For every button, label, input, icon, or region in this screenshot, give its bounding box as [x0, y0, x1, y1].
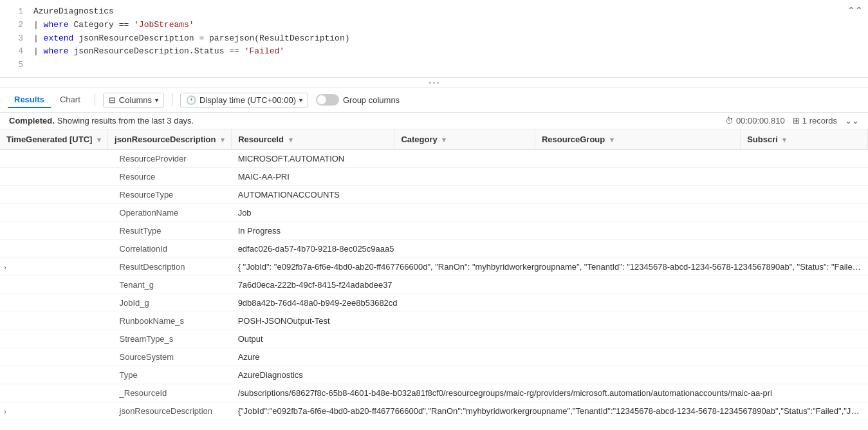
row-value: Job [232, 203, 868, 221]
status-left: Completed. Showing results from the last… [9, 116, 194, 126]
table-row: OperationNameJob [0, 203, 868, 221]
row-label: ResultDescription [108, 257, 232, 276]
row-value: POSH-JSONOutput-Test [232, 312, 868, 330]
row-value: 9db8a42b-76d4-48a0-b949-2ee8b53682cd [232, 294, 868, 312]
row-expand-button[interactable]: › [4, 407, 6, 415]
filter-icon[interactable]: ▾ [610, 136, 614, 144]
row-label: Type [108, 366, 232, 384]
row-value: In Progress [232, 221, 868, 239]
columns-label: Columns [119, 95, 152, 105]
group-columns-label: Group columns [343, 95, 400, 105]
resize-handle[interactable]: • • • [0, 78, 868, 88]
table-row: TypeAzureDiagnostics [0, 366, 868, 384]
expand-cell [0, 167, 108, 185]
row-value: AUTOMATIONACCOUNTS [232, 185, 868, 203]
expand-cell [0, 185, 108, 203]
line-number: 4 [8, 45, 23, 59]
row-label: Resource [108, 167, 232, 185]
row-label: RunbookName_s [108, 312, 232, 330]
clock-icon: 🕐 [186, 95, 196, 105]
expand-cell[interactable]: › [0, 257, 108, 276]
records-display: ⊞ 1 records [793, 116, 837, 126]
code-line: 1AzureDiagnostics [0, 5, 868, 19]
row-value: Azure [232, 348, 868, 366]
row-value: {"JobId":"e092fb7a-6f6e-4bd0-ab20-ff4677… [232, 402, 868, 420]
expand-cell [0, 330, 108, 348]
row-value: MICROSOFT.AUTOMATION [232, 149, 868, 167]
row-label: CorrelationId [108, 239, 232, 257]
expand-cell[interactable]: › [0, 402, 108, 420]
line-content: | where jsonResourceDescription.Status =… [33, 45, 284, 59]
table-icon-status: ⊞ [793, 116, 800, 126]
filter-icon[interactable]: ▾ [442, 136, 446, 144]
table-header-cell[interactable]: ResourceId ▾ [232, 129, 394, 150]
row-value: { "JobId": "e092fb7a-6f6e-4bd0-ab20-ff46… [232, 257, 868, 276]
table-row: ›jsonResourceDescription{"JobId":"e092fb… [0, 402, 868, 420]
table-row: ResourceProviderMICROSOFT.AUTOMATION [0, 149, 868, 167]
table-row: ResultTypeIn Progress [0, 221, 868, 239]
expand-cell [0, 312, 108, 330]
status-right: ⏱ 00:00:00.810 ⊞ 1 records ⌄⌄ [725, 116, 859, 126]
expand-results-button[interactable]: ⌄⌄ [845, 116, 859, 126]
row-label: StreamType_s [108, 330, 232, 348]
expand-cell [0, 221, 108, 239]
table-header-cell[interactable]: Subscri ▾ [741, 129, 868, 150]
table-header-cell[interactable]: Category ▾ [394, 129, 535, 150]
expand-cell [0, 384, 108, 402]
row-label: ResultType [108, 221, 232, 239]
code-line: 2| where Category == 'JobStreams' [0, 19, 868, 32]
filter-icon[interactable]: ▾ [97, 136, 101, 144]
table-row: CorrelationIdedfac026-da57-4b70-9218-8ec… [0, 239, 868, 257]
expand-cell [0, 276, 108, 294]
code-line: 4| where jsonResourceDescription.Status … [0, 45, 868, 59]
duration-value: 00:00:00.810 [736, 116, 785, 126]
group-columns-toggle[interactable]: Group columns [316, 94, 400, 106]
row-value: Output [232, 330, 868, 348]
code-line: 3| extend jsonResourceDescription = pars… [0, 32, 868, 46]
columns-button[interactable]: ⊟ Columns ▾ [103, 93, 164, 108]
display-time-button[interactable]: 🕐 Display time (UTC+00:00) ▾ [180, 93, 308, 108]
expand-cell [0, 294, 108, 312]
table-row: SourceSystemAzure [0, 348, 868, 366]
row-label: jsonResourceDescription [108, 402, 232, 420]
filter-icon[interactable]: ▾ [782, 136, 786, 144]
expand-cell [0, 149, 108, 167]
results-toolbar: Results Chart ⊟ Columns ▾ 🕐 Display time… [0, 88, 868, 113]
row-label: OperationName [108, 203, 232, 221]
code-line: 5 [0, 59, 868, 72]
row-label: Tenant_g [108, 276, 232, 294]
chevron-down-icon-2: ▾ [299, 97, 302, 104]
table-header-cell[interactable]: jsonResourceDescription ▾ [108, 129, 232, 150]
row-value: /subscriptions/68627f8c-65b8-4601-b48e-b… [232, 384, 868, 402]
clock-icon-status: ⏱ [725, 116, 734, 126]
row-expand-button[interactable]: › [4, 263, 6, 271]
toolbar-divider-2 [172, 93, 172, 106]
table-header-cell[interactable]: ResourceGroup ▾ [535, 129, 740, 150]
display-time-label: Display time (UTC+00:00) [199, 95, 296, 105]
expand-cell [0, 203, 108, 221]
filter-icon[interactable]: ▾ [289, 136, 293, 144]
line-number: 5 [8, 59, 23, 72]
table-row: StreamType_sOutput [0, 330, 868, 348]
toolbar-divider-1 [95, 93, 95, 106]
line-content: | where Category == 'JobStreams' [33, 19, 194, 32]
results-table: TimeGenerated [UTC] ▾jsonResourceDescrip… [0, 129, 868, 420]
collapse-editor-button[interactable]: ⌃⌃ [847, 5, 863, 15]
row-value: AzureDiagnostics [232, 366, 868, 384]
toggle-switch-control[interactable] [316, 94, 339, 106]
table-row: ResourceMAIC-AA-PRI [0, 167, 868, 185]
row-label: ResourceType [108, 185, 232, 203]
tab-chart[interactable]: Chart [53, 92, 87, 108]
table-row: ResourceTypeAUTOMATIONACCOUNTS [0, 185, 868, 203]
filter-icon[interactable]: ▾ [221, 136, 225, 144]
table-row: _ResourceId/subscriptions/68627f8c-65b8-… [0, 384, 868, 402]
duration-display: ⏱ 00:00:00.810 [725, 116, 785, 126]
row-value: MAIC-AA-PRI [232, 167, 868, 185]
code-editor[interactable]: 1AzureDiagnostics2| where Category == 'J… [0, 0, 868, 78]
results-table-container: TimeGenerated [UTC] ▾jsonResourceDescrip… [0, 129, 868, 430]
table-header-cell[interactable]: TimeGenerated [UTC] ▾ [0, 129, 108, 150]
line-content: | extend jsonResourceDescription = parse… [33, 32, 350, 46]
tab-results[interactable]: Results [8, 92, 51, 108]
line-number: 3 [8, 32, 23, 46]
status-completed: Completed. [9, 116, 55, 126]
